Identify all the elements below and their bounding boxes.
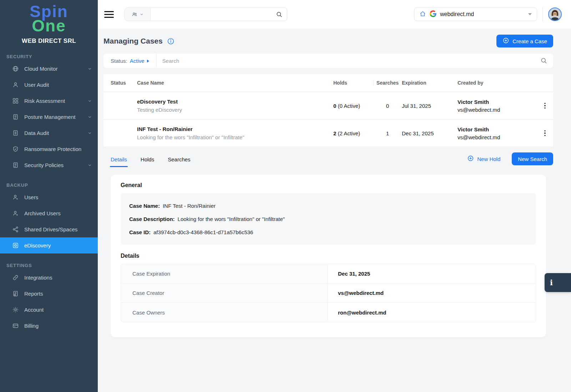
detail-tabs: Details Holds Searches New Hold New Sear… (103, 151, 553, 167)
details-table: Case Expiration Dec 31, 2025 Case Creato… (121, 264, 536, 322)
new-hold-button[interactable]: New Hold (465, 155, 502, 163)
org-selector[interactable]: webdirect.md (414, 7, 537, 21)
home-icon (419, 10, 426, 19)
search-icon[interactable] (276, 11, 283, 18)
grid-icon (12, 97, 19, 104)
created-by-cell: Victor Smith vs@webdirect.md (458, 99, 537, 113)
cases-table: Status Case Name Holds Searches Expirati… (103, 74, 553, 146)
info-side-button[interactable]: i (545, 273, 571, 292)
case-name: INF Test - Ron/Rainier (137, 126, 333, 132)
page-head: Managing Cases Create a Case (103, 29, 553, 54)
page-title: Managing Cases (103, 37, 163, 45)
status-filter-value: Active (130, 58, 145, 64)
case-id-field: Case ID: af3974cb-d0c3-4368-86c1-d71a57b… (129, 226, 527, 239)
sidebar-item-ediscovery[interactable]: eDiscovery (0, 237, 98, 253)
info-icon[interactable] (167, 37, 175, 45)
section-title-settings: SETTINGS (0, 263, 98, 268)
case-name-field: Case Name: INF Test - Ron/Rainier (129, 199, 527, 212)
topbar: webdirect.md (98, 0, 571, 29)
status-filter-dropdown[interactable]: Status: Active (103, 54, 157, 68)
workspace-name: WEB DIRECT SRL (0, 37, 98, 45)
sidebar-item-user-audit[interactable]: User Audit (0, 77, 98, 93)
tab-holds[interactable]: Holds (141, 156, 154, 167)
sidebar: Spin One WEB DIRECT SRL SECURITY Cloud M… (0, 0, 98, 392)
menu-button[interactable] (104, 9, 114, 20)
sidebar-item-shared-drives[interactable]: Shared Drives/Spaces (0, 221, 98, 237)
sidebar-item-cloud-monitor[interactable]: Cloud Monitor (0, 61, 98, 77)
content-area: Managing Cases Create a Case Status: Act… (98, 29, 571, 392)
ediscovery-icon (12, 242, 19, 249)
general-info-box: Case Name: INF Test - Ron/Rainier Case D… (121, 193, 536, 245)
global-search (125, 7, 287, 21)
logo-one-text: One (0, 19, 98, 33)
global-search-input[interactable] (151, 11, 276, 17)
globe-icon (12, 65, 19, 72)
chevron-down-icon (87, 131, 92, 135)
details-section-title: Details (121, 253, 536, 259)
info-letter: i (550, 278, 553, 287)
case-name: eDiscovery Test (137, 99, 333, 105)
link-icon (12, 274, 19, 281)
sidebar-item-archived-users[interactable]: Archived Users (0, 205, 98, 221)
row-menu-kebab-icon[interactable] (543, 101, 547, 110)
report-icon (12, 290, 19, 297)
section-title-backup: BACKUP (0, 182, 98, 188)
sidebar-item-users[interactable]: Users (0, 189, 98, 205)
user-archive-icon (12, 210, 19, 217)
table-header-row: Status Case Name Holds Searches Expirati… (103, 74, 553, 91)
chevron-down-icon (87, 66, 92, 71)
shield-check-icon (12, 146, 19, 152)
sidebar-item-ransomware-protection[interactable]: Ransomware Protection (0, 141, 98, 157)
share-icon (12, 226, 19, 233)
tab-searches[interactable]: Searches (168, 156, 190, 167)
triangle-right-icon (147, 60, 149, 62)
app-window: Spin One WEB DIRECT SRL SECURITY Cloud M… (0, 0, 571, 392)
doc-lines-icon (12, 130, 19, 136)
users-group-icon (131, 11, 138, 17)
topbar-right: webdirect.md (414, 7, 562, 21)
case-description-field: Case Description: Looking for the wors "… (129, 212, 527, 226)
gear-icon (12, 306, 19, 313)
sidebar-item-risk-assessment[interactable]: Risk Assessment (0, 93, 98, 109)
general-section-title: General (121, 182, 536, 189)
chevron-down-icon (87, 115, 92, 119)
topbar-divider (542, 7, 543, 21)
details-row-creator: Case Creator vs@webdirect.md (121, 283, 536, 303)
sidebar-item-reports[interactable]: Reports (0, 286, 98, 302)
expiration-cell: Jul 31, 2025 (402, 103, 458, 109)
sidebar-item-account[interactable]: Account (0, 302, 98, 318)
spinone-logo: Spin One (0, 0, 98, 33)
case-search-input[interactable] (157, 58, 540, 64)
searches-cell: 1 (373, 130, 402, 136)
google-icon (430, 10, 436, 19)
sidebar-item-integrations[interactable]: Integrations (0, 270, 98, 286)
main-area: webdirect.md (98, 0, 571, 392)
sidebar-item-billing[interactable]: Billing (0, 318, 98, 334)
sidebar-item-data-audit[interactable]: Data Audit (0, 125, 98, 141)
chevron-down-icon (87, 163, 92, 167)
search-scope-dropdown[interactable] (125, 8, 151, 21)
created-by-cell: Victor Smith vs@webdirect.md (458, 126, 537, 140)
table-row[interactable]: eDiscovery Test Testing eDiscovery 0 (0 … (103, 92, 553, 119)
filter-bar: Status: Active (103, 54, 553, 68)
searches-cell: 0 (373, 103, 402, 109)
plus-circle-icon (502, 37, 509, 45)
sidebar-item-security-policies[interactable]: Security Policies (0, 157, 98, 173)
tab-actions: New Hold New Search (465, 152, 553, 167)
table-row[interactable]: INF Test - Ron/Rainier Looking for the w… (103, 120, 553, 146)
avatar[interactable] (548, 7, 562, 21)
search-icon[interactable] (540, 57, 547, 64)
new-search-button[interactable]: New Search (512, 152, 553, 165)
caret-down-icon (528, 13, 532, 15)
create-case-button[interactable]: Create a Case (496, 35, 553, 47)
row-menu-kebab-icon[interactable] (543, 129, 547, 138)
chevron-down-icon (140, 12, 144, 16)
doc-check-icon (12, 162, 19, 169)
details-row-expiration: Case Expiration Dec 31, 2025 (121, 264, 536, 283)
sidebar-item-posture-management[interactable]: Posture Management (0, 109, 98, 125)
org-selector-value: webdirect.md (440, 11, 474, 17)
expiration-cell: Dec 31, 2025 (402, 130, 458, 136)
case-description: Testing eDiscovery (137, 107, 333, 113)
section-title-security: SECURITY (0, 54, 98, 59)
tab-details[interactable]: Details (111, 156, 127, 167)
